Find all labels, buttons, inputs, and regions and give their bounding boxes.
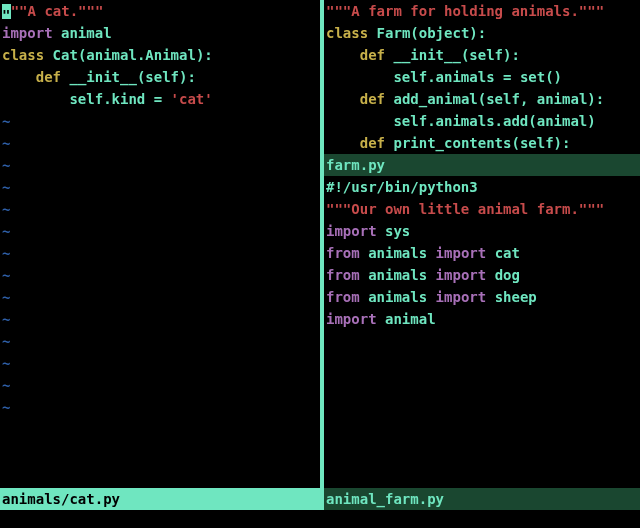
code-segment (368, 25, 376, 41)
code-segment: Farm( (377, 25, 419, 41)
code-segment: animal (61, 25, 112, 41)
code-segment: () (545, 69, 562, 85)
code-segment: ): (469, 25, 486, 41)
empty-line-tilde: ~ (0, 110, 320, 132)
command-line[interactable] (0, 510, 640, 528)
window-left[interactable]: """A cat."""import animalclass Cat(anima… (0, 0, 320, 488)
code-segment: animal (385, 311, 436, 327)
code-line[interactable]: class Farm(object): (324, 22, 640, 44)
buffer-animal-farm[interactable]: #!/usr/bin/python3"""Our own little anim… (324, 176, 640, 488)
code-line[interactable]: import animal (324, 308, 640, 330)
code-line[interactable]: #!/usr/bin/python3 (324, 176, 640, 198)
code-segment: animals (368, 245, 427, 261)
code-line[interactable]: def __init__(self): (0, 66, 320, 88)
status-line-cat: animals/cat.py (0, 488, 320, 510)
code-segment (326, 91, 360, 107)
code-segment (486, 245, 494, 261)
code-segment: object (419, 25, 470, 41)
code-line[interactable]: import sys (324, 220, 640, 242)
empty-line-tilde: ~ (0, 374, 320, 396)
code-segment (486, 267, 494, 283)
code-segment (53, 25, 61, 41)
empty-line-tilde: ~ (0, 264, 320, 286)
code-segment (360, 267, 368, 283)
code-segment (377, 223, 385, 239)
code-segment: __init__(self): (393, 47, 519, 63)
code-segment: def (360, 47, 385, 63)
code-segment: dog (495, 267, 520, 283)
code-line[interactable]: def print_contents(self): (324, 132, 640, 154)
code-segment: Cat(animal.Animal): (53, 47, 213, 63)
empty-line-tilde: ~ (0, 352, 320, 374)
code-line[interactable]: self.animals.add(animal) (324, 110, 640, 132)
code-segment: set (520, 69, 545, 85)
code-segment: class (2, 47, 44, 63)
code-segment: import (326, 223, 377, 239)
code-segment (427, 289, 435, 305)
empty-line-tilde: ~ (0, 176, 320, 198)
empty-line-tilde: ~ (0, 132, 320, 154)
code-segment: __init__(self): (69, 69, 195, 85)
code-segment (44, 47, 52, 63)
code-segment: self.kind = (2, 91, 171, 107)
code-segment (360, 289, 368, 305)
code-segment: self.animals.add(animal) (326, 113, 596, 129)
code-segment (377, 311, 385, 327)
status-line-farm: farm.py (324, 154, 640, 176)
cursor: " (2, 4, 11, 19)
code-line[interactable]: """A cat.""" (0, 0, 320, 22)
code-segment: from (326, 289, 360, 305)
code-line[interactable]: import animal (0, 22, 320, 44)
code-segment: ""A cat.""" (11, 3, 104, 19)
code-segment: def (36, 69, 61, 85)
code-segment: import (436, 245, 487, 261)
code-segment: self.animals = (326, 69, 520, 85)
code-segment: from (326, 245, 360, 261)
empty-line-tilde: ~ (0, 154, 320, 176)
panes: """A cat."""import animalclass Cat(anima… (0, 0, 640, 488)
code-segment: import (326, 311, 377, 327)
code-segment: sys (385, 223, 410, 239)
code-segment: def (360, 135, 385, 151)
status-line-animal-farm: animal_farm.py (324, 488, 640, 510)
code-line[interactable]: from animals import sheep (324, 286, 640, 308)
code-line[interactable]: def add_animal(self, animal): (324, 88, 640, 110)
code-line[interactable]: """A farm for holding animals.""" (324, 0, 640, 22)
code-segment: """Our own little animal farm.""" (326, 201, 604, 217)
code-segment: animals (368, 289, 427, 305)
code-segment: cat (495, 245, 520, 261)
code-segment (326, 135, 360, 151)
code-line[interactable]: self.kind = 'cat' (0, 88, 320, 110)
code-segment (427, 267, 435, 283)
window-right: """A farm for holding animals."""class F… (324, 0, 640, 488)
code-segment: 'cat' (171, 91, 213, 107)
code-segment (427, 245, 435, 261)
vim-root: """A cat."""import animalclass Cat(anima… (0, 0, 640, 528)
empty-line-tilde: ~ (0, 220, 320, 242)
code-segment: animals (368, 267, 427, 283)
code-segment: add_animal(self, animal): (393, 91, 604, 107)
code-segment (360, 245, 368, 261)
code-line[interactable]: from animals import cat (324, 242, 640, 264)
code-segment (2, 69, 36, 85)
code-segment (326, 47, 360, 63)
code-segment: #!/usr/bin/python3 (326, 179, 478, 195)
code-segment: import (436, 267, 487, 283)
code-line[interactable]: from animals import dog (324, 264, 640, 286)
code-segment: sheep (495, 289, 537, 305)
empty-line-tilde: ~ (0, 396, 320, 418)
code-line[interactable]: """Our own little animal farm.""" (324, 198, 640, 220)
code-line[interactable]: class Cat(animal.Animal): (0, 44, 320, 66)
code-segment: import (2, 25, 53, 41)
buffer-farm[interactable]: """A farm for holding animals."""class F… (324, 0, 640, 154)
code-segment: print_contents(self): (393, 135, 570, 151)
code-line[interactable]: def __init__(self): (324, 44, 640, 66)
buffer-cat[interactable]: """A cat."""import animalclass Cat(anima… (0, 0, 320, 488)
code-segment (486, 289, 494, 305)
empty-line-tilde: ~ (0, 286, 320, 308)
code-line[interactable]: self.animals = set() (324, 66, 640, 88)
empty-line-tilde: ~ (0, 330, 320, 352)
empty-line-tilde: ~ (0, 242, 320, 264)
code-segment: class (326, 25, 368, 41)
code-segment: import (436, 289, 487, 305)
